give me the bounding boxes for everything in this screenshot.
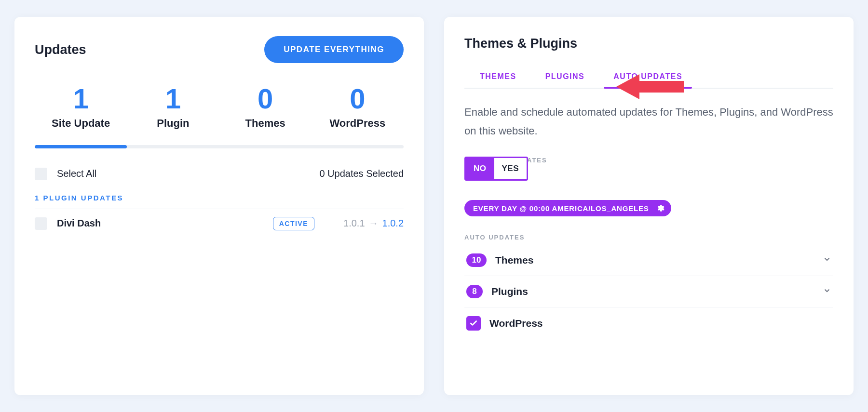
tab-auto-updates[interactable]: AUTO UPDATES: [610, 66, 686, 88]
version-old: 1.0.1: [343, 218, 365, 229]
stat-label: WordPress: [312, 117, 404, 130]
chevron-down-icon: [823, 255, 831, 266]
count-pill: 8: [466, 285, 483, 298]
select-all-label: Select All: [57, 168, 96, 179]
stat-number: 1: [35, 83, 127, 114]
arrow-right-icon: →: [369, 218, 379, 229]
wordpress-checkbox[interactable]: [466, 316, 481, 331]
themes-plugins-title: Themes & Plugins: [464, 36, 833, 51]
update-item-name: Divi Dash: [57, 218, 101, 229]
auto-row-title: WordPress: [489, 318, 831, 329]
stats-row: 1 Site Update 1 Plugin 0 Themes 0 WordPr…: [35, 83, 404, 130]
enable-label-behind: ATES: [527, 157, 547, 164]
stat-number: 0: [312, 83, 404, 114]
tab-themes[interactable]: THEMES: [476, 66, 520, 88]
schedule-text: EVERY DAY @ 00:00 AMERICA/LOS_ANGELES: [473, 204, 649, 213]
updates-header: Updates UPDATE EVERYTHING: [35, 36, 404, 63]
auto-row-title: Plugins: [491, 286, 814, 297]
update-everything-button[interactable]: UPDATE EVERYTHING: [264, 36, 404, 63]
auto-updates-label: AUTO UPDATES: [464, 234, 833, 241]
stat-number: 1: [127, 83, 219, 114]
tab-plugins[interactable]: PLUGINS: [542, 66, 589, 88]
count-pill: 10: [466, 253, 487, 267]
enable-toggle[interactable]: NO YES: [464, 157, 528, 181]
stat-label: Plugin: [127, 117, 219, 130]
auto-row-themes[interactable]: 10 Themes: [464, 245, 833, 276]
stat-label: Themes: [219, 117, 312, 130]
toggle-no[interactable]: NO: [466, 158, 494, 179]
stat-themes[interactable]: 0 Themes: [219, 83, 312, 130]
chevron-down-icon: [823, 286, 831, 297]
update-row-divi-dash: Divi Dash ACTIVE 1.0.1 → 1.0.2: [35, 209, 404, 238]
stat-plugin[interactable]: 1 Plugin: [127, 83, 219, 130]
themes-plugins-panel: Themes & Plugins THEMES PLUGINS AUTO UPD…: [444, 17, 854, 395]
schedule-pill[interactable]: EVERY DAY @ 00:00 AMERICA/LOS_ANGELES: [464, 200, 671, 216]
tabs: THEMES PLUGINS AUTO UPDATES: [464, 66, 833, 89]
select-row: Select All 0 Updates Selected: [35, 168, 404, 180]
version-group: 1.0.1 → 1.0.2: [343, 218, 404, 229]
selected-count: 0 Updates Selected: [319, 168, 404, 179]
status-badge: ACTIVE: [273, 217, 314, 230]
updates-title: Updates: [35, 42, 86, 57]
stat-site-update[interactable]: 1 Site Update: [35, 83, 127, 130]
auto-row-wordpress[interactable]: WordPress: [464, 307, 833, 339]
plugin-updates-caption: 1 PLUGIN UPDATES: [35, 194, 404, 202]
auto-updates-description: Enable and schedule automated updates fo…: [464, 103, 833, 140]
select-left: Select All: [35, 168, 96, 180]
stat-number: 0: [219, 83, 312, 114]
stat-label: Site Update: [35, 117, 127, 130]
schedule-wrap: EVERY DAY @ 00:00 AMERICA/LOS_ANGELES: [464, 200, 833, 219]
progress-track: [35, 145, 404, 148]
updates-panel: Updates UPDATE EVERYTHING 1 Site Update …: [14, 17, 424, 395]
gear-icon: [656, 204, 665, 213]
stat-wordpress[interactable]: 0 WordPress: [312, 83, 404, 130]
version-new: 1.0.2: [382, 218, 404, 229]
toggle-yes[interactable]: YES: [494, 158, 527, 179]
progress-fill: [35, 145, 127, 148]
update-item-checkbox[interactable]: [35, 217, 47, 230]
enable-toggle-wrap: ATES NO YES: [464, 157, 833, 186]
auto-row-title: Themes: [495, 254, 814, 266]
auto-row-plugins[interactable]: 8 Plugins: [464, 276, 833, 307]
select-all-checkbox[interactable]: [35, 168, 47, 180]
